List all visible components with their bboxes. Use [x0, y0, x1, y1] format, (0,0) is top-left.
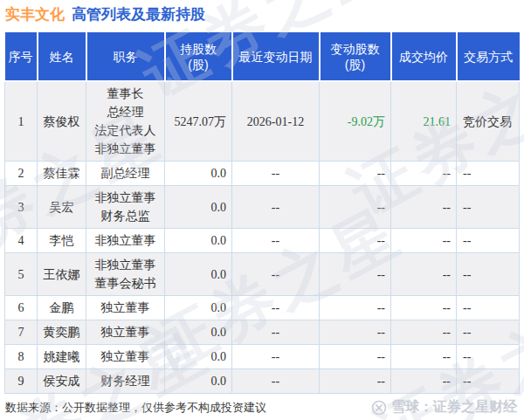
brand-watermark: 雪球：证券之星财经: [371, 398, 517, 417]
page-title: 实丰文化高管列表及最新持股: [5, 4, 205, 24]
cell-change-date: 2026-01-12: [232, 81, 320, 162]
cell-name: 李恺: [38, 229, 86, 253]
column-header-name: 姓名: [38, 32, 86, 81]
column-header-position: 职务: [86, 32, 165, 81]
cell-avg-price: --: [391, 345, 457, 369]
cell-name: 黄奕鹏: [38, 320, 86, 345]
column-header-change-shares: 变动股数 (股): [320, 32, 391, 81]
cell-name: 王依娜: [38, 253, 86, 296]
cell-avg-price: --: [391, 369, 457, 394]
cell-avg-price: --: [391, 229, 457, 253]
cell-change-shares: --: [320, 162, 391, 186]
cell-serial: 6: [5, 296, 38, 320]
column-header-shares: 持股数 (股): [165, 32, 232, 81]
cell-position: 董事长 总经理 法定代表人 非独立董事: [86, 81, 165, 162]
cell-name: 金鹏: [38, 296, 86, 320]
table-row: 5 王依娜 非独立董事 董事会秘书 0.0 -- -- -- --: [5, 253, 520, 296]
cell-avg-price: --: [391, 162, 457, 186]
xueqiu-logo-icon: [371, 400, 387, 416]
cell-trade-method: --: [457, 296, 520, 320]
cell-trade-method: --: [457, 162, 520, 186]
cell-trade-method: --: [457, 229, 520, 253]
cell-name: 蔡佳霖: [38, 162, 86, 186]
cell-serial: 7: [5, 320, 38, 345]
cell-change-date: --: [232, 253, 320, 296]
table-row: 7 黄奕鹏 独立董事 0.0 -- -- -- --: [5, 320, 520, 345]
table-row: 2 蔡佳霖 副总经理 0.0 -- -- -- --: [5, 162, 520, 186]
cell-change-date: --: [232, 320, 320, 345]
cell-change-shares: --: [320, 369, 391, 394]
cell-serial: 3: [5, 186, 38, 229]
cell-change-shares: --: [320, 186, 391, 229]
table-row: 3 吴宏 非独立董事 财务总监 0.0 -- -- -- --: [5, 186, 520, 229]
cell-change-shares: --: [320, 253, 391, 296]
column-header-avg-price: 成交均价: [391, 32, 457, 81]
cell-change-date: --: [232, 345, 320, 369]
table-row: 9 侯安成 财务经理 0.0 -- -- -- --: [5, 369, 520, 394]
cell-serial: 4: [5, 229, 38, 253]
cell-shares: 5247.07万: [165, 81, 232, 162]
column-header-serial: 序号: [5, 32, 38, 81]
cell-change-shares: --: [320, 320, 391, 345]
cell-change-date: --: [232, 162, 320, 186]
cell-trade-method: --: [457, 320, 520, 345]
brand-text: 雪球：证券之星财经: [391, 398, 517, 417]
footer: 数据来源：公开数据整理，仅供参考不构成投资建议 雪球：证券之星财经: [5, 398, 517, 417]
cell-avg-price: 21.61: [391, 81, 457, 162]
cell-position: 财务经理: [86, 369, 165, 394]
cell-name: 侯安成: [38, 369, 86, 394]
cell-position: 非独立董事: [86, 229, 165, 253]
cell-position: 副总经理: [86, 162, 165, 186]
table-row: 4 李恺 非独立董事 0.0 -- -- -- --: [5, 229, 520, 253]
cell-serial: 9: [5, 369, 38, 394]
table-row: 1 蔡俊权 董事长 总经理 法定代表人 非独立董事 5247.07万 2026-…: [5, 81, 520, 162]
cell-trade-method: --: [457, 369, 520, 394]
cell-position: 非独立董事 财务总监: [86, 186, 165, 229]
cell-trade-method: --: [457, 345, 520, 369]
cell-avg-price: --: [391, 296, 457, 320]
table-row: 6 金鹏 独立董事 0.0 -- -- -- --: [5, 296, 520, 320]
cell-serial: 2: [5, 162, 38, 186]
table-row: 8 姚建曦 独立董事 0.0 -- -- -- --: [5, 345, 520, 369]
cell-change-shares: --: [320, 229, 391, 253]
cell-avg-price: --: [391, 186, 457, 229]
cell-shares: 0.0: [165, 369, 232, 394]
cell-avg-price: --: [391, 320, 457, 345]
data-source-note: 数据来源：公开数据整理，仅供参考不构成投资建议: [5, 400, 266, 416]
executives-table: 序号 姓名 职务 持股数 (股) 最近变动日期 变动股数 (股) 成交均价 交易…: [4, 32, 520, 394]
column-header-trade-method: 交易方式: [457, 32, 520, 81]
cell-change-date: --: [232, 186, 320, 229]
cell-serial: 8: [5, 345, 38, 369]
cell-change-shares: --: [320, 296, 391, 320]
cell-shares: 0.0: [165, 162, 232, 186]
header-row: 序号 姓名 职务 持股数 (股) 最近变动日期 变动股数 (股) 成交均价 交易…: [5, 32, 520, 81]
page-subtitle: 高管列表及最新持股: [72, 6, 205, 23]
cell-change-shares: --: [320, 345, 391, 369]
cell-change-date: --: [232, 229, 320, 253]
cell-serial: 5: [5, 253, 38, 296]
cell-shares: 0.0: [165, 296, 232, 320]
cell-name: 吴宏: [38, 186, 86, 229]
cell-trade-method: --: [457, 186, 520, 229]
cell-trade-method: --: [457, 253, 520, 296]
cell-position: 独立董事: [86, 296, 165, 320]
company-name: 实丰文化: [5, 6, 65, 23]
cell-position: 非独立董事 董事会秘书: [86, 253, 165, 296]
cell-shares: 0.0: [165, 320, 232, 345]
cell-avg-price: --: [391, 253, 457, 296]
cell-position: 独立董事: [86, 320, 165, 345]
cell-trade-method: 竞价交易: [457, 81, 520, 162]
cell-change-date: --: [232, 369, 320, 394]
cell-shares: 0.0: [165, 186, 232, 229]
cell-position: 独立董事: [86, 345, 165, 369]
cell-serial: 1: [5, 81, 38, 162]
cell-change-date: --: [232, 296, 320, 320]
column-header-change-date: 最近变动日期: [232, 32, 320, 81]
cell-name: 蔡俊权: [38, 81, 86, 162]
cell-change-shares: -9.02万: [320, 81, 391, 162]
cell-shares: 0.0: [165, 229, 232, 253]
cell-shares: 0.0: [165, 345, 232, 369]
cell-name: 姚建曦: [38, 345, 86, 369]
cell-shares: 0.0: [165, 253, 232, 296]
